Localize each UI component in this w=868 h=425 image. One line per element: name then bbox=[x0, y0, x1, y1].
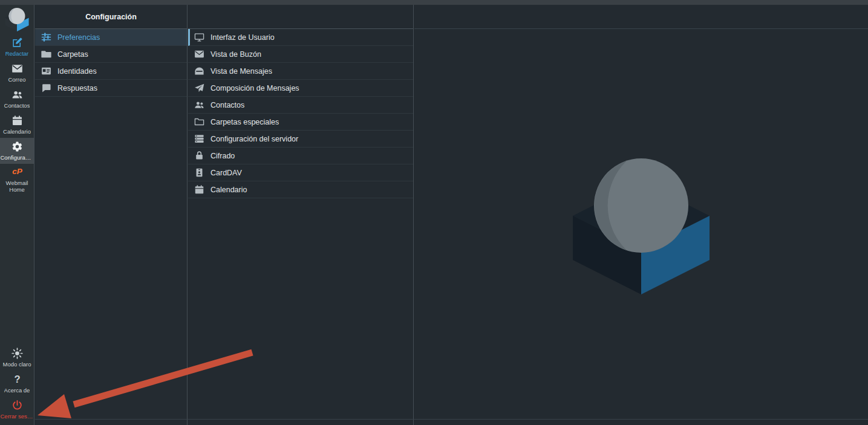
sidebar-item-calendar[interactable]: Calendario bbox=[0, 112, 34, 138]
settings-nav-list: PreferenciasCarpetasIdentidadesRespuesta… bbox=[35, 29, 187, 97]
sidebar-item-label: Calendario bbox=[3, 128, 31, 135]
settings-nav-item-identities[interactable]: Identidades bbox=[35, 63, 187, 80]
sidebar-item-label: Webmail Home bbox=[1, 180, 33, 193]
sidebar-item-label: Modo claro bbox=[3, 361, 31, 368]
row-label: Vista de Mensajes bbox=[210, 67, 272, 76]
sidebar-item-contacts[interactable]: Contactos bbox=[0, 86, 34, 112]
id-badge-icon bbox=[194, 167, 204, 178]
preferences-panel-header bbox=[188, 5, 413, 29]
sidebar-item-label: Acerca de bbox=[4, 387, 30, 394]
settings-nav-item-preferences[interactable]: Preferencias bbox=[35, 29, 187, 46]
sidebar-bottom-nav: Modo claro?Acerca deCerrar sesión bbox=[0, 345, 34, 425]
calendar-icon bbox=[194, 184, 204, 195]
sidebar-item-label: Redactar bbox=[5, 50, 29, 57]
row-label: Contactos bbox=[210, 101, 244, 109]
pref-section-contacts[interactable]: Contactos bbox=[188, 97, 413, 114]
preferences-section-panel: Interfaz de UsuarioVista de BuzónVista d… bbox=[188, 5, 414, 425]
sidebar: RedactarCorreoContactosCalendarioConfigu… bbox=[0, 5, 34, 425]
sidebar-item-label: Correo bbox=[8, 76, 25, 83]
paper-plane-icon bbox=[194, 83, 204, 93]
folder-icon bbox=[41, 49, 51, 59]
sidebar-item-label: Contactos bbox=[4, 102, 30, 109]
settings-nav-item-folders[interactable]: Carpetas bbox=[35, 46, 187, 63]
sidebar-item-mail[interactable]: Correo bbox=[0, 60, 34, 86]
sidebar-item-compose[interactable]: Redactar bbox=[0, 34, 34, 60]
pref-section-message-view[interactable]: Vista de Mensajes bbox=[188, 63, 413, 80]
speech-bubble-icon bbox=[41, 83, 51, 93]
svg-text:cP: cP bbox=[12, 167, 22, 176]
pref-section-mailbox-view[interactable]: Vista de Buzón bbox=[188, 46, 413, 63]
sidebar-item-settings[interactable]: Configuración bbox=[0, 138, 34, 164]
row-label: Identidades bbox=[57, 67, 97, 76]
sidebar-item-light-mode[interactable]: Modo claro bbox=[0, 345, 34, 371]
folder-outline-icon bbox=[194, 117, 204, 127]
row-label: Configuración del servidor bbox=[210, 135, 298, 143]
id-card-icon bbox=[41, 66, 51, 76]
sidebar-nav: RedactarCorreoContactosCalendarioConfigu… bbox=[0, 34, 34, 196]
top-bar bbox=[0, 0, 868, 5]
calendar-icon bbox=[11, 115, 23, 126]
sidebar-item-webmail-home[interactable]: cPWebmail Home bbox=[0, 164, 34, 196]
preferences-section-list: Interfaz de UsuarioVista de BuzónVista d… bbox=[188, 29, 413, 198]
sidebar-item-label: Cerrar sesión bbox=[1, 413, 34, 420]
row-label: CardDAV bbox=[210, 169, 242, 177]
settings-nav-item-responses[interactable]: Respuestas bbox=[35, 80, 187, 97]
mail-icon bbox=[11, 63, 23, 74]
content-panel-header bbox=[414, 5, 868, 29]
gear-icon bbox=[11, 141, 23, 152]
row-label: Carpetas especiales bbox=[210, 118, 279, 126]
row-label: Cifrado bbox=[210, 152, 235, 160]
svg-text:?: ? bbox=[14, 374, 20, 385]
contacts-icon bbox=[11, 89, 23, 100]
panel-bottom-border bbox=[35, 419, 868, 420]
row-label: Interfaz de Usuario bbox=[210, 33, 275, 42]
lock-icon bbox=[194, 151, 204, 161]
compose-icon bbox=[11, 37, 23, 48]
row-label: Preferencias bbox=[57, 33, 100, 42]
question-icon: ? bbox=[11, 374, 23, 385]
sliders-icon bbox=[41, 32, 51, 42]
settings-panel-title: Configuración bbox=[35, 5, 187, 29]
sidebar-item-logout[interactable]: Cerrar sesión bbox=[0, 397, 34, 423]
content-panel bbox=[414, 5, 868, 425]
mail-icon bbox=[194, 49, 204, 59]
server-icon bbox=[194, 134, 204, 144]
row-label: Respuestas bbox=[57, 84, 97, 92]
pref-section-composition[interactable]: Composición de Mensajes bbox=[188, 80, 413, 97]
row-label: Composición de Mensajes bbox=[210, 84, 299, 92]
pref-section-user-interface[interactable]: Interfaz de Usuario bbox=[188, 29, 413, 46]
cpanel-icon: cP bbox=[11, 166, 23, 178]
row-label: Vista de Buzón bbox=[210, 50, 261, 59]
sidebar-item-about[interactable]: ?Acerca de bbox=[0, 371, 34, 397]
contacts-icon bbox=[194, 100, 204, 110]
app-window: RedactarCorreoContactosCalendarioConfigu… bbox=[0, 0, 868, 425]
sidebar-item-label: Configuración bbox=[1, 154, 34, 161]
row-label: Carpetas bbox=[57, 50, 88, 59]
roundcube-logo-icon[interactable] bbox=[0, 5, 34, 34]
monitor-icon bbox=[194, 32, 204, 42]
power-icon bbox=[11, 400, 23, 411]
pref-section-carddav[interactable]: CardDAV bbox=[188, 164, 413, 181]
roundcube-watermark-logo bbox=[573, 158, 710, 294]
pref-section-server-settings[interactable]: Configuración del servidor bbox=[188, 131, 413, 148]
open-mail-icon bbox=[194, 66, 204, 76]
pref-section-special-folders[interactable]: Carpetas especiales bbox=[188, 114, 413, 131]
row-label: Calendario bbox=[210, 186, 247, 194]
pref-section-calendar[interactable]: Calendario bbox=[188, 181, 413, 198]
settings-nav-panel: Configuración PreferenciasCarpetasIdenti… bbox=[35, 5, 188, 425]
pref-section-encryption[interactable]: Cifrado bbox=[188, 148, 413, 164]
sun-icon bbox=[11, 348, 23, 359]
